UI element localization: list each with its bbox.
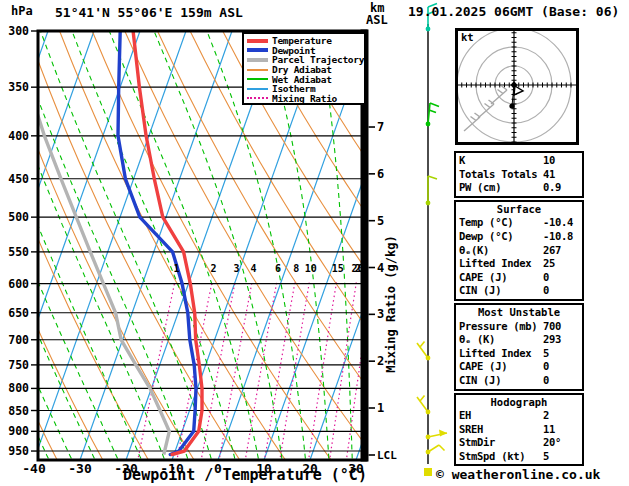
metric-row: CAPE (J)0 xyxy=(459,271,579,285)
metric-row: CAPE (J)0 xyxy=(459,360,579,374)
metric-value: 0 xyxy=(543,284,579,298)
legend-swatch xyxy=(247,39,268,43)
chart-legend: TemperatureDewpointParcel TrajectoryDry … xyxy=(242,32,366,105)
pressure-tick-label: 650 xyxy=(8,306,29,320)
metric-value: -10.8 xyxy=(543,230,579,244)
km-tick-label: 6 xyxy=(377,167,384,181)
wind-barb xyxy=(426,430,447,440)
metric-value: 0 xyxy=(543,374,579,388)
metric-label: Dewp (°C) xyxy=(459,230,543,244)
metric-label: Lifted Index xyxy=(459,347,543,361)
metric-value: 25 xyxy=(543,257,579,271)
metric-label: Pressure (mb) xyxy=(459,320,543,334)
metric-label: PW (cm) xyxy=(459,181,543,195)
metric-label: Temp (°C) xyxy=(459,216,543,230)
wind-barb xyxy=(425,469,432,476)
table-header: Most Unstable xyxy=(459,306,579,320)
legend-swatch xyxy=(247,78,268,80)
metric-label: EH xyxy=(459,409,543,423)
metric-value: 5 xyxy=(543,347,579,361)
metric-row: SREH11 xyxy=(459,423,579,437)
mixing-ratio-value-label: 10 xyxy=(305,263,317,274)
metric-label: SREH xyxy=(459,423,543,437)
metric-row: θₑ(K)267 xyxy=(459,244,579,258)
metric-value: 2 xyxy=(543,409,579,423)
table-header: Hodograph xyxy=(459,396,579,410)
table-most-unstable: Most UnstablePressure (mb)700θₑ (K)293Li… xyxy=(454,303,584,391)
metric-label: CIN (J) xyxy=(459,284,543,298)
metric-row: StmSpd (kt)5 xyxy=(459,450,579,464)
pressure-tick-label: 600 xyxy=(8,277,29,291)
metric-label: StmSpd (kt) xyxy=(459,450,543,464)
temp-tick-label: -30 xyxy=(68,461,92,476)
wind-barb xyxy=(426,176,437,205)
km-tick-label: 1 xyxy=(377,401,384,415)
metric-value: 0 xyxy=(543,360,579,374)
metric-label: K xyxy=(459,154,543,168)
metric-row: K10 xyxy=(459,154,579,168)
metric-label: CAPE (J) xyxy=(459,271,543,285)
station-title: 51°41'N 55°06'E 159m ASL xyxy=(55,5,243,20)
metric-value: 293 xyxy=(543,333,579,347)
pressure-tick-label: 800 xyxy=(8,381,29,395)
metric-label: CIN (J) xyxy=(459,374,543,388)
legend-swatch xyxy=(247,69,268,71)
mixing-ratio-value-label: 15 xyxy=(332,263,344,274)
metric-value: 41 xyxy=(543,168,579,182)
pressure-tick-label: 500 xyxy=(8,210,29,224)
metric-label: Totals Totals xyxy=(459,168,543,182)
metric-value: 0 xyxy=(543,271,579,285)
pressure-tick-label: 300 xyxy=(8,24,29,38)
table-header: Surface xyxy=(459,203,579,217)
pressure-tick-label: 750 xyxy=(8,358,29,372)
metric-label: θₑ(K) xyxy=(459,244,543,258)
pressure-tick-label: 700 xyxy=(8,333,29,347)
pressure-unit-label: hPa xyxy=(11,4,33,18)
metric-value: 5 xyxy=(543,450,579,464)
mixing-ratio-value-label: 1 xyxy=(173,263,179,274)
skewt-page: hPa 51°41'N 55°06'E 159m ASL 19.01.2025 … xyxy=(0,0,629,486)
legend-label: Mixing Ratio xyxy=(272,93,337,104)
metric-row: StmDir20° xyxy=(459,436,579,450)
mixing-ratio-axis-label: Mixing Ratio (g/kg) xyxy=(384,209,398,399)
mixing-ratio-value-label: 8 xyxy=(293,263,299,274)
km-axis-unit-asl: ASL xyxy=(366,13,388,27)
pressure-tick-label: 450 xyxy=(8,172,29,186)
km-tick-label: 7 xyxy=(377,120,384,134)
legend-swatch xyxy=(247,58,268,62)
pressure-tick-label: 350 xyxy=(8,80,29,94)
metric-label: Lifted Index xyxy=(459,257,543,271)
mixing-ratio-value-label: 3 xyxy=(234,263,240,274)
pressure-tick-label: 950 xyxy=(8,444,29,458)
metric-row: EH2 xyxy=(459,409,579,423)
metric-label: CAPE (J) xyxy=(459,360,543,374)
x-axis-title: Dewpoint / Temperature (°C) xyxy=(90,466,400,484)
mixing-ratio-value-label: 2 xyxy=(211,263,217,274)
metric-row: CIN (J)0 xyxy=(459,284,579,298)
metric-row: Lifted Index25 xyxy=(459,257,579,271)
pressure-tick-label: 850 xyxy=(8,404,29,418)
legend-item-mixing-ratio: Mixing Ratio xyxy=(247,94,364,104)
hodograph-unit-label: kt xyxy=(461,31,474,43)
pressure-tick-label: 400 xyxy=(8,129,29,143)
legend-swatch xyxy=(247,97,268,99)
pressure-tick-label: 900 xyxy=(8,424,29,438)
temp-tick-label: -40 xyxy=(22,461,46,476)
hodograph-panel: kt xyxy=(455,28,579,145)
metric-row: PW (cm)0.9 xyxy=(459,181,579,195)
datetime-label: 19.01.2025 06GMT (Base: 06) xyxy=(408,4,619,19)
stability-tables: K10Totals Totals41PW (cm)0.9SurfaceTemp … xyxy=(454,151,584,468)
metric-label: θₑ (K) xyxy=(459,333,543,347)
metric-row: Lifted Index5 xyxy=(459,347,579,361)
metric-value: 700 xyxy=(543,320,579,334)
metric-value: -10.4 xyxy=(543,216,579,230)
metric-row: CIN (J)0 xyxy=(459,374,579,388)
lcl-label: LCL xyxy=(377,449,397,462)
metric-row: θₑ (K)293 xyxy=(459,333,579,347)
metric-value: 11 xyxy=(543,423,579,437)
table-surface: SurfaceTemp (°C)-10.4Dewp (°C)-10.8θₑ(K)… xyxy=(454,200,584,301)
metric-row: Dewp (°C)-10.8 xyxy=(459,230,579,244)
mixing-ratio-value-label: 4 xyxy=(250,263,256,274)
metric-value: 20° xyxy=(543,436,579,450)
legend-swatch xyxy=(247,88,268,90)
